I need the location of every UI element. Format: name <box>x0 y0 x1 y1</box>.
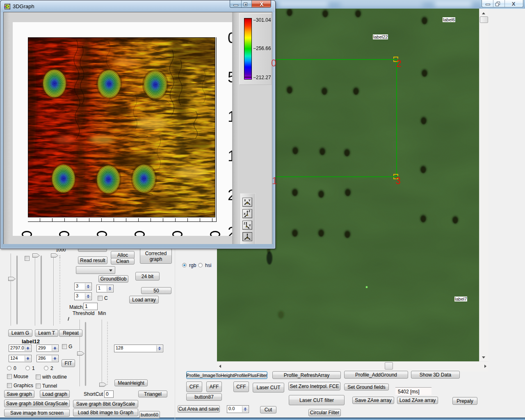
svg-text:Y: Y <box>249 199 251 202</box>
svg-text:X: X <box>244 199 246 202</box>
svg-text:Y: Y <box>249 224 251 227</box>
svg-text:Z: Z <box>244 222 246 225</box>
svg-text:Z: Z <box>249 210 251 212</box>
svg-text:X: X <box>244 212 246 215</box>
